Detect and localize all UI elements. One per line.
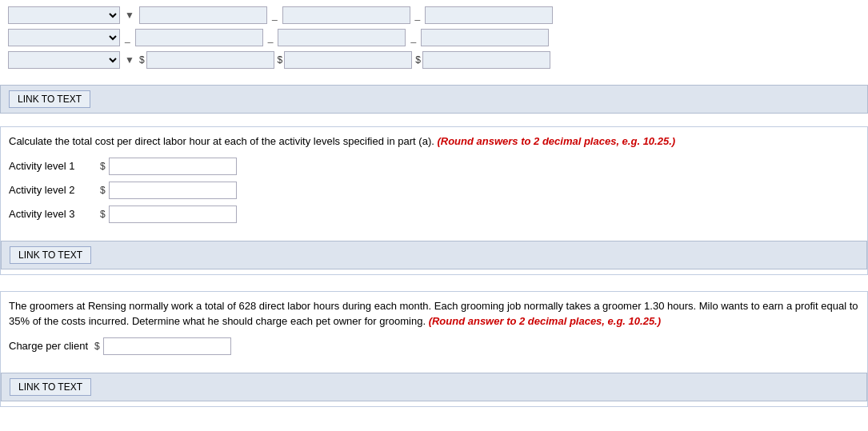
dollar-group-1: $: [139, 51, 274, 69]
separator-1: ▼: [123, 10, 136, 21]
field-1-3[interactable]: [425, 6, 553, 24]
link-bar-2: LINK TO TEXT: [1, 241, 867, 269]
dollar-field-2[interactable]: [284, 51, 412, 69]
separator-5: _: [266, 32, 275, 43]
link-bar-3: LINK TO TEXT: [1, 373, 867, 401]
field-1-2[interactable]: [282, 6, 410, 24]
section-b-content: Calculate the total cost per direct labo…: [1, 127, 867, 236]
activity-label-1: Activity level 1: [9, 160, 97, 172]
link-bar-1: LINK TO TEXT: [0, 85, 868, 114]
section-b: Calculate the total cost per direct labo…: [0, 126, 868, 275]
separator-4: _: [123, 32, 132, 43]
activity-row-1: Activity level 1 $: [9, 158, 859, 175]
link-to-text-button-1[interactable]: LINK TO TEXT: [9, 90, 90, 108]
activity-input-3[interactable]: [109, 206, 237, 223]
activity-label-3: Activity level 3: [9, 208, 97, 220]
dropdown-3[interactable]: [8, 51, 120, 69]
charge-label: Charge per client: [9, 340, 88, 352]
activity-label-2: Activity level 2: [9, 184, 97, 196]
field-2-3[interactable]: [421, 29, 549, 46]
field-2-2[interactable]: [278, 29, 406, 46]
dollar-group-2: $: [278, 51, 413, 69]
dollar-group-3: $: [415, 51, 550, 69]
activity-row-2: Activity level 2 $: [9, 182, 859, 199]
activity-dollar-1: $: [100, 161, 106, 172]
dollar-sign-3: $: [415, 54, 421, 66]
section-c: The groomers at Rensing normally work a …: [0, 291, 868, 407]
section-b-description: Calculate the total cost per direct labo…: [9, 134, 859, 150]
dropdown-1[interactable]: [8, 6, 120, 24]
section-b-text-start: Calculate the total cost per direct labo…: [9, 135, 437, 147]
activity-dollar-2: $: [100, 185, 106, 196]
dollar-field-1[interactable]: [146, 51, 274, 69]
charge-dollar: $: [94, 341, 100, 352]
dollar-sign-1: $: [139, 54, 145, 66]
section-c-content: The groomers at Rensing normally work a …: [1, 292, 867, 368]
field-1-1[interactable]: [139, 6, 267, 24]
separator-3: _: [414, 10, 422, 21]
section-c-description: The groomers at Rensing normally work a …: [9, 298, 859, 329]
field-2-1[interactable]: [135, 29, 263, 46]
row-1: ▼ _ _: [8, 6, 860, 24]
dollar-sign-2: $: [278, 54, 283, 66]
row-2: _ _ _: [8, 29, 860, 46]
link-to-text-button-2[interactable]: LINK TO TEXT: [10, 246, 91, 264]
link-to-text-button-3[interactable]: LINK TO TEXT: [10, 378, 91, 396]
activity-input-1[interactable]: [109, 158, 237, 175]
activity-input-2[interactable]: [109, 182, 237, 199]
top-section: ▼ _ _ _ _ _ ▼ $ $ $: [0, 0, 868, 80]
section-c-text-red: (Round answer to 2 decimal places, e.g. …: [429, 315, 661, 327]
separator-7: ▼: [123, 54, 136, 66]
separator-2: _: [270, 10, 279, 21]
section-b-text-red: (Round answers to 2 decimal places, e.g.…: [437, 135, 675, 147]
row-3: ▼ $ $ $: [8, 51, 860, 69]
dollar-field-3[interactable]: [422, 51, 550, 69]
dropdown-2[interactable]: [8, 29, 120, 46]
charge-row: Charge per client $: [9, 337, 859, 355]
activity-row-3: Activity level 3 $: [9, 206, 859, 223]
separator-6: _: [409, 32, 418, 43]
activity-dollar-3: $: [100, 209, 106, 220]
charge-input[interactable]: [103, 337, 231, 355]
